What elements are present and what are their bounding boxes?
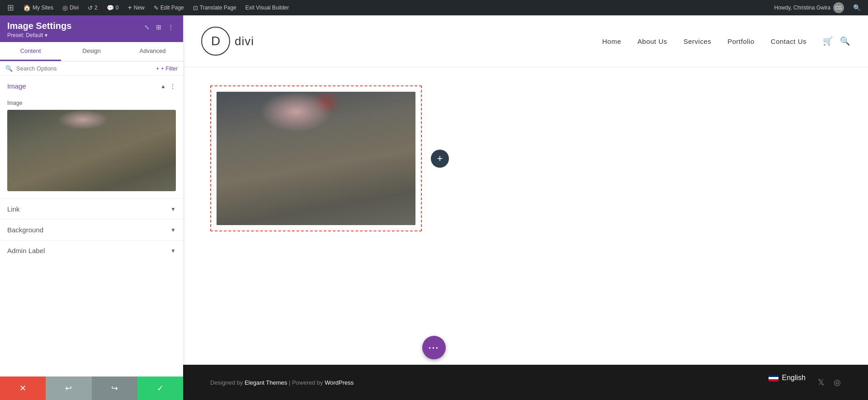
footer-wordpress[interactable]: WordPress: [325, 379, 354, 386]
admin-comments[interactable]: 💬 0: [103, 0, 123, 15]
site-logo[interactable]: D divi: [201, 27, 254, 56]
search-button[interactable]: 🔍: [840, 36, 850, 46]
section-image-header[interactable]: Image ▲ ⋮: [0, 76, 183, 96]
user-avatar: CG: [833, 2, 844, 13]
admin-my-sites[interactable]: 🏠 My Sites: [19, 0, 57, 15]
image-field-label: Image: [7, 100, 176, 106]
add-module-button[interactable]: +: [431, 150, 449, 168]
tab-advanced[interactable]: Advanced: [122, 42, 183, 61]
section-image-actions: ▲ ⋮: [160, 83, 176, 90]
admin-edit-page[interactable]: ✎ Edit Page: [150, 0, 188, 15]
sidebar-more-btn[interactable]: ⋮: [166, 23, 176, 32]
admin-bar: ⊞ 🏠 My Sites ◎ Divi ↺ 2 💬 0 + New ✎ Edit…: [0, 0, 868, 15]
admin-new[interactable]: + New: [124, 0, 148, 15]
sidebar-title: Image Settings: [7, 21, 71, 31]
section-image-chevron[interactable]: ▲: [160, 83, 166, 89]
section-background-actions: ▼: [170, 227, 176, 233]
page-content: D divi Home About Us Services Portfolio …: [183, 15, 868, 400]
tab-content[interactable]: Content: [0, 42, 61, 61]
settings-sidebar: Image Settings Preset: Default ▾ ⤡ ⊞ ⋮ C…: [0, 15, 183, 400]
fab-icon: ●●●: [429, 346, 439, 350]
footer-elegant-themes[interactable]: Elegant Themes: [245, 379, 287, 386]
sidebar-header: Image Settings Preset: Default ▾ ⤡ ⊞ ⋮: [0, 15, 183, 42]
content-section: +: [183, 67, 868, 262]
section-admin-label-title: Admin Label: [7, 247, 45, 254]
instagram-icon[interactable]: ◎: [834, 377, 841, 387]
main-image[interactable]: [217, 92, 415, 225]
sidebar-expand-btn[interactable]: ⤡: [142, 23, 151, 32]
undo-button[interactable]: ↩: [46, 376, 91, 400]
nav-portfolio[interactable]: Portfolio: [727, 38, 755, 45]
section-link-title: Link: [7, 205, 20, 213]
admin-translate-page[interactable]: ⊡ Translate Page: [189, 0, 240, 15]
search-input[interactable]: [16, 65, 152, 72]
sidebar-columns-btn[interactable]: ⊞: [154, 23, 163, 32]
section-background-chevron[interactable]: ▼: [170, 227, 176, 233]
admin-search-button[interactable]: 🔍: [849, 0, 864, 15]
image-preview[interactable]: [7, 110, 176, 191]
fab-container: ●●●: [422, 336, 446, 359]
language-switcher[interactable]: English: [760, 369, 814, 386]
section-link-chevron[interactable]: ▼: [170, 206, 176, 212]
nav-actions: 🛒 🔍: [823, 36, 850, 46]
redo-button[interactable]: ↪: [92, 376, 137, 400]
language-label: English: [782, 374, 806, 382]
image-section-content: Image: [0, 96, 183, 198]
nav-about[interactable]: About Us: [637, 38, 667, 45]
sidebar-header-actions: ⤡ ⊞ ⋮: [142, 21, 176, 32]
section-link-actions: ▼: [170, 206, 176, 212]
filter-icon: +: [156, 66, 159, 72]
section-link: Link ▼: [0, 198, 183, 219]
woman-image: [217, 92, 415, 225]
website-header: D divi Home About Us Services Portfolio …: [183, 15, 868, 67]
section-admin-label-header[interactable]: Admin Label ▼: [0, 240, 183, 261]
sidebar-preset[interactable]: Preset: Default ▾: [7, 32, 71, 38]
nav-contact[interactable]: Contact Us: [771, 38, 807, 45]
admin-wp-logo[interactable]: ⊞: [4, 0, 18, 15]
fab-button[interactable]: ●●●: [422, 336, 446, 359]
section-admin-label-actions: ▼: [170, 248, 176, 254]
search-bar: 🔍 + + Filter: [0, 61, 183, 76]
sidebar-content: Image ▲ ⋮ Image Link ▼: [0, 76, 183, 376]
sidebar-preview-image: [7, 110, 176, 191]
page-body: +: [183, 67, 868, 365]
section-admin-label: Admin Label ▼: [0, 240, 183, 261]
section-background-header[interactable]: Background ▼: [0, 220, 183, 240]
section-link-header[interactable]: Link ▼: [0, 199, 183, 219]
logo-letter: D: [211, 34, 220, 48]
site-nav: Home About Us Services Portfolio Contact…: [602, 38, 807, 45]
image-dashed-border[interactable]: [210, 85, 422, 231]
search-icon: 🔍: [5, 65, 13, 72]
section-background-title: Background: [7, 226, 43, 234]
admin-updates[interactable]: ↺ 2: [84, 0, 101, 15]
admin-user[interactable]: Howdy, Christina Gwira CG: [771, 2, 848, 13]
tab-design[interactable]: Design: [61, 42, 122, 61]
section-admin-label-chevron[interactable]: ▼: [170, 248, 176, 254]
section-image-dots[interactable]: ⋮: [170, 83, 176, 90]
save-button[interactable]: ✓: [137, 376, 183, 400]
admin-bar-right: Howdy, Christina Gwira CG 🔍: [771, 0, 864, 15]
section-background: Background ▼: [0, 219, 183, 240]
admin-divi[interactable]: ◎ Divi: [59, 0, 82, 15]
nav-services[interactable]: Services: [684, 38, 712, 45]
cancel-button[interactable]: ✕: [0, 376, 46, 400]
sidebar-tabs: Content Design Advanced: [0, 42, 183, 61]
twitter-icon[interactable]: 𝕏: [818, 377, 825, 387]
filter-button[interactable]: + + Filter: [156, 66, 178, 72]
logo-circle: D: [201, 27, 230, 56]
admin-exit-builder[interactable]: Exit Visual Builder: [242, 0, 293, 15]
sidebar-bottom-actions: ✕ ↩ ↪ ✓: [0, 376, 183, 400]
cart-button[interactable]: 🛒: [823, 36, 833, 46]
logo-text: divi: [235, 34, 254, 48]
image-module-wrapper: +: [210, 85, 422, 231]
sidebar-title-group: Image Settings Preset: Default ▾: [7, 21, 71, 38]
nav-home[interactable]: Home: [602, 38, 621, 45]
flag-icon: [769, 375, 778, 381]
footer-text: Designed by Elegant Themes | Powered by …: [210, 379, 354, 386]
section-image-title: Image: [7, 82, 26, 90]
